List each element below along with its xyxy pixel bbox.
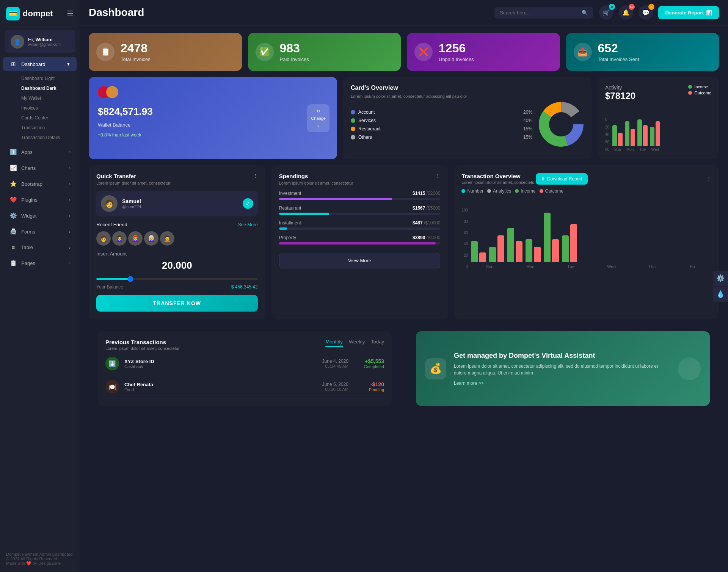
page-title: Dashboard xyxy=(89,6,488,19)
friend-2[interactable]: 👩‍🦱 xyxy=(112,231,127,246)
recent-friends-label: Recent Friend xyxy=(96,222,127,227)
tx-day-wed: Wed xyxy=(593,264,630,269)
invoices-sent-num: 652 xyxy=(598,42,639,55)
contact-check-icon: ✓ xyxy=(243,198,253,209)
subnav-my-wallet[interactable]: My Wallet xyxy=(18,93,80,103)
tx-day-tue: Tue xyxy=(552,264,590,269)
forms-icon: 🖨️ xyxy=(9,228,17,235)
legend-others: Others 15% xyxy=(351,135,532,140)
income-dot xyxy=(688,85,692,89)
change-button[interactable]: ↻ Change ⌄ xyxy=(307,104,329,132)
recent-friends-header: Recent Friend See More xyxy=(96,222,258,227)
va-description: Lorem ipsum dolor sit amet, consectetur … xyxy=(454,363,670,376)
contact-avatar: 🧑 xyxy=(101,195,118,212)
tab-monthly[interactable]: Monthly xyxy=(325,339,343,347)
spendings-title: Spendings xyxy=(279,173,353,179)
download-report-label: Download Report xyxy=(547,176,582,182)
tx-overview-dots-icon[interactable]: ⋮ xyxy=(706,176,711,182)
view-more-button[interactable]: View More xyxy=(279,253,441,268)
settings-button[interactable]: ⚙️ xyxy=(713,271,728,286)
friend-4[interactable]: 👩‍🦳 xyxy=(144,231,158,246)
progress-bar-investment xyxy=(279,198,441,200)
tx-date-2: June 5, 2020 08:20:10 AM xyxy=(322,382,348,392)
day-label-tue: Tue xyxy=(637,147,648,152)
tx-name-2: Chef Renata xyxy=(124,382,153,387)
sidebar-dashboard-label: Dashboard xyxy=(21,61,46,67)
progress-fill-restaurant xyxy=(279,213,329,215)
sidebar-item-charts[interactable]: 📈 Charts › xyxy=(3,161,77,175)
transfer-now-button[interactable]: TRANSFER NOW xyxy=(96,295,258,312)
spending-label-property: Property xyxy=(279,235,296,240)
see-more-link[interactable]: See More xyxy=(238,222,258,227)
friend-5[interactable]: 🧑‍🦱 xyxy=(160,231,174,246)
change-label: Change xyxy=(311,116,326,121)
tx-bar-labels: Sun Mon Tue Wed Thu Fri xyxy=(471,264,711,269)
filter-dot-outcome xyxy=(540,189,543,193)
sidebar-item-table[interactable]: ≡ Table › xyxy=(3,240,77,254)
day-label-sun: Sun xyxy=(612,147,623,152)
tx-status-2: Pending xyxy=(354,387,384,392)
messages-button[interactable]: 💬 5 xyxy=(639,5,653,20)
progress-bar-restaurant xyxy=(279,213,441,215)
tx-type-2: Food xyxy=(124,387,153,392)
tab-today[interactable]: Today xyxy=(371,339,384,347)
spending-label-restaurant: Restaurant xyxy=(279,205,301,211)
activity-title: Activity xyxy=(605,85,635,91)
outcome-label: Outcome xyxy=(694,91,711,95)
bar-group-wed xyxy=(650,121,660,146)
subnav-transaction-details[interactable]: Transaction Details xyxy=(18,133,80,143)
va-title: Get managed by Dompet's Virtual Assistan… xyxy=(454,352,670,360)
legend-account: Account 20% xyxy=(351,110,532,115)
activity-y-axis: 80 60 40 20 0 xyxy=(605,118,609,152)
tx-bar-fri-red xyxy=(570,224,577,262)
cart-button[interactable]: 🛒 2 xyxy=(599,5,613,20)
tab-weekly[interactable]: Weekly xyxy=(349,339,365,347)
contact-handle: @sum224 xyxy=(122,204,141,209)
friend-3[interactable]: 👩‍🦰 xyxy=(128,231,143,246)
chevron-down-icon-2: ⌄ xyxy=(317,123,320,128)
activity-bar-labels: Sun Mon Tue Wed xyxy=(612,147,711,152)
card-overview: Card's Overview Lorem ipsum dolor sit am… xyxy=(343,77,592,159)
spending-amount-restaurant: $1567 xyxy=(413,205,425,211)
tx-day-mon: Mon xyxy=(511,264,549,269)
spending-label-installment: Installment xyxy=(279,220,301,226)
prev-tx-title: Previous Transactions xyxy=(105,339,180,345)
bar-group-tue xyxy=(637,119,648,146)
spending-total-installment: /$10000 xyxy=(424,220,440,226)
quick-transfer-subtitle: Lorem ipsum dolor sit amet, consectetur xyxy=(96,181,171,185)
notifications-button[interactable]: 🔔 12 xyxy=(619,5,633,20)
more-dots-icon[interactable]: ⋮ xyxy=(253,173,258,179)
tx-type-1: Cashback xyxy=(124,364,154,369)
sidebar-widget-label: Widget xyxy=(21,213,36,219)
tx-row-icon-1: ⬇️ xyxy=(105,357,119,370)
search-input[interactable] xyxy=(500,10,579,16)
sidebar: 💳 dompet ☰ 👤 Hi, William william@gmail.c… xyxy=(0,0,80,572)
subnav-transaction[interactable]: Transaction xyxy=(18,123,80,133)
sidebar-item-plugins[interactable]: ❤️ Plugins › xyxy=(3,193,77,207)
sidebar-item-widget[interactable]: ⚙️ Widget › xyxy=(3,208,77,223)
sidebar-item-pages[interactable]: 📋 Pages › xyxy=(3,256,77,270)
pages-icon: 📋 xyxy=(9,260,17,266)
sidebar-item-dashboard[interactable]: ⊞ Dashboard ▼ xyxy=(3,57,77,71)
bar-tue-green xyxy=(637,119,642,146)
download-report-button[interactable]: ⬇ Download Report xyxy=(536,173,588,185)
va-learn-more-link[interactable]: Learn more >> xyxy=(454,381,484,386)
water-icon-button[interactable]: 💧 xyxy=(713,287,728,302)
generate-report-button[interactable]: Generate Report 📊 xyxy=(658,6,719,19)
sidebar-item-forms[interactable]: 🖨️ Forms › xyxy=(3,224,77,239)
subnav-invoices[interactable]: Invoices xyxy=(18,103,80,113)
bar-wed-green xyxy=(650,127,654,146)
amount-slider[interactable] xyxy=(96,278,258,280)
friend-1[interactable]: 👩 xyxy=(96,231,111,246)
hamburger-icon[interactable]: ☰ xyxy=(67,9,74,18)
spendings-dots-icon[interactable]: ⋮ xyxy=(435,173,440,179)
tx-amount-2: -$120 xyxy=(354,381,384,387)
contact-name: Samuel xyxy=(122,198,141,204)
chart-icon: 📊 xyxy=(706,10,712,16)
sidebar-item-apps[interactable]: ℹ️ Apps › xyxy=(3,145,77,159)
subnav-cards-center[interactable]: Cards Center xyxy=(18,113,80,123)
sidebar-item-bootstrap[interactable]: ⭐ Bootstrap › xyxy=(3,177,77,191)
subnav-dashboard-dark[interactable]: Dashboard Dark xyxy=(18,83,80,93)
subnav-dashboard-light[interactable]: Dashboard Light xyxy=(18,74,80,83)
spending-property: Property $3890 /$4000 xyxy=(279,235,441,244)
